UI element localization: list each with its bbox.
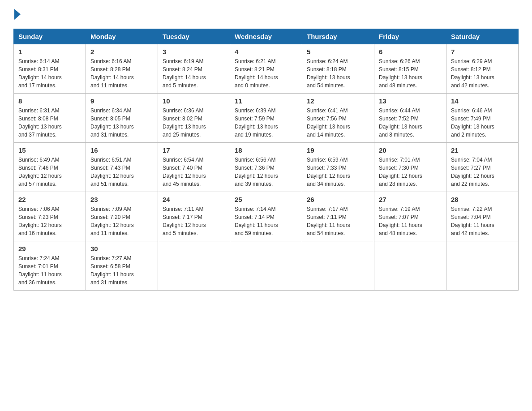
- day-info: Sunrise: 6:34 AMSunset: 8:05 PMDaylight:…: [90, 107, 153, 139]
- day-number: 30: [90, 245, 153, 253]
- day-info: Sunrise: 7:06 AMSunset: 7:23 PMDaylight:…: [18, 205, 81, 237]
- day-number: 29: [18, 245, 81, 253]
- calendar-cell: 10Sunrise: 6:36 AMSunset: 8:02 PMDayligh…: [158, 94, 230, 143]
- calendar-week-row: 29Sunrise: 7:24 AMSunset: 7:01 PMDayligh…: [14, 241, 519, 291]
- day-number: 16: [90, 146, 153, 154]
- calendar-cell: [158, 241, 230, 291]
- calendar-cell: 9Sunrise: 6:34 AMSunset: 8:05 PMDaylight…: [86, 94, 158, 143]
- col-header-saturday: Saturday: [446, 29, 519, 44]
- calendar-week-row: 1Sunrise: 6:14 AMSunset: 8:31 PMDaylight…: [14, 44, 519, 94]
- day-number: 1: [18, 48, 81, 56]
- calendar-cell: 30Sunrise: 7:27 AMSunset: 6:58 PMDayligh…: [86, 241, 158, 291]
- day-number: 14: [451, 97, 514, 105]
- day-info: Sunrise: 7:11 AMSunset: 7:17 PMDaylight:…: [163, 205, 225, 237]
- calendar-header-row: SundayMondayTuesdayWednesdayThursdayFrid…: [14, 29, 519, 44]
- calendar-week-row: 8Sunrise: 6:31 AMSunset: 8:08 PMDaylight…: [14, 94, 519, 143]
- day-number: 19: [307, 146, 369, 154]
- day-number: 23: [90, 196, 153, 203]
- calendar-week-row: 15Sunrise: 6:49 AMSunset: 7:46 PMDayligh…: [14, 143, 519, 192]
- calendar-cell: 16Sunrise: 6:51 AMSunset: 7:43 PMDayligh…: [86, 143, 158, 192]
- calendar-cell: [374, 241, 446, 291]
- calendar-cell: 18Sunrise: 6:56 AMSunset: 7:36 PMDayligh…: [230, 143, 302, 192]
- day-info: Sunrise: 7:24 AMSunset: 7:01 PMDaylight:…: [18, 254, 81, 287]
- calendar-cell: 19Sunrise: 6:59 AMSunset: 7:33 PMDayligh…: [302, 143, 374, 192]
- day-info: Sunrise: 6:36 AMSunset: 8:02 PMDaylight:…: [163, 107, 225, 139]
- day-number: 2: [90, 48, 153, 56]
- day-number: 24: [163, 196, 225, 203]
- day-number: 11: [235, 97, 297, 105]
- col-header-tuesday: Tuesday: [158, 29, 230, 44]
- day-number: 5: [307, 48, 369, 56]
- day-number: 22: [18, 196, 81, 203]
- calendar-cell: 13Sunrise: 6:44 AMSunset: 7:52 PMDayligh…: [374, 94, 446, 143]
- calendar-cell: 11Sunrise: 6:39 AMSunset: 7:59 PMDayligh…: [230, 94, 302, 143]
- page-header: [13, 9, 519, 20]
- day-number: 15: [18, 146, 81, 154]
- day-info: Sunrise: 6:24 AMSunset: 8:18 PMDaylight:…: [307, 57, 369, 90]
- day-info: Sunrise: 7:01 AMSunset: 7:30 PMDaylight:…: [379, 156, 442, 188]
- day-info: Sunrise: 6:46 AMSunset: 7:49 PMDaylight:…: [451, 107, 514, 139]
- day-info: Sunrise: 6:41 AMSunset: 7:56 PMDaylight:…: [307, 107, 369, 139]
- col-header-thursday: Thursday: [302, 29, 374, 44]
- calendar-cell: 23Sunrise: 7:09 AMSunset: 7:20 PMDayligh…: [86, 192, 158, 241]
- day-number: 25: [235, 196, 297, 203]
- calendar-cell: 8Sunrise: 6:31 AMSunset: 8:08 PMDaylight…: [14, 94, 86, 143]
- day-number: 20: [379, 146, 442, 154]
- calendar-cell: 14Sunrise: 6:46 AMSunset: 7:49 PMDayligh…: [446, 94, 519, 143]
- calendar-cell: 4Sunrise: 6:21 AMSunset: 8:21 PMDaylight…: [230, 44, 302, 94]
- day-info: Sunrise: 7:19 AMSunset: 7:07 PMDaylight:…: [379, 205, 442, 237]
- col-header-sunday: Sunday: [14, 29, 86, 44]
- day-info: Sunrise: 7:22 AMSunset: 7:04 PMDaylight:…: [451, 205, 514, 237]
- day-info: Sunrise: 7:14 AMSunset: 7:14 PMDaylight:…: [235, 205, 297, 237]
- day-info: Sunrise: 7:09 AMSunset: 7:20 PMDaylight:…: [90, 205, 153, 237]
- day-info: Sunrise: 6:29 AMSunset: 8:12 PMDaylight:…: [451, 57, 514, 90]
- calendar-cell: [230, 241, 302, 291]
- calendar-cell: [446, 241, 519, 291]
- calendar-cell: 29Sunrise: 7:24 AMSunset: 7:01 PMDayligh…: [14, 241, 86, 291]
- day-number: 28: [451, 196, 514, 203]
- calendar-cell: 3Sunrise: 6:19 AMSunset: 8:24 PMDaylight…: [158, 44, 230, 94]
- logo-arrow-icon: [14, 9, 21, 20]
- day-number: 4: [235, 48, 297, 56]
- day-info: Sunrise: 6:59 AMSunset: 7:33 PMDaylight:…: [307, 156, 369, 188]
- day-number: 3: [163, 48, 225, 56]
- col-header-monday: Monday: [86, 29, 158, 44]
- calendar-cell: 26Sunrise: 7:17 AMSunset: 7:11 PMDayligh…: [302, 192, 374, 241]
- day-info: Sunrise: 6:31 AMSunset: 8:08 PMDaylight:…: [18, 107, 81, 139]
- day-number: 6: [379, 48, 442, 56]
- calendar-cell: 21Sunrise: 7:04 AMSunset: 7:27 PMDayligh…: [446, 143, 519, 192]
- day-number: 13: [379, 97, 442, 105]
- day-info: Sunrise: 6:19 AMSunset: 8:24 PMDaylight:…: [163, 57, 225, 90]
- day-info: Sunrise: 6:21 AMSunset: 8:21 PMDaylight:…: [235, 57, 297, 90]
- day-number: 9: [90, 97, 153, 105]
- col-header-wednesday: Wednesday: [230, 29, 302, 44]
- calendar-cell: 22Sunrise: 7:06 AMSunset: 7:23 PMDayligh…: [14, 192, 86, 241]
- day-info: Sunrise: 7:27 AMSunset: 6:58 PMDaylight:…: [90, 254, 153, 287]
- calendar-cell: [302, 241, 374, 291]
- day-number: 17: [163, 146, 225, 154]
- day-info: Sunrise: 6:26 AMSunset: 8:15 PMDaylight:…: [379, 57, 442, 90]
- day-info: Sunrise: 6:49 AMSunset: 7:46 PMDaylight:…: [18, 156, 81, 188]
- day-info: Sunrise: 7:17 AMSunset: 7:11 PMDaylight:…: [307, 205, 369, 237]
- day-info: Sunrise: 6:14 AMSunset: 8:31 PMDaylight:…: [18, 57, 81, 90]
- day-number: 26: [307, 196, 369, 203]
- calendar-cell: 12Sunrise: 6:41 AMSunset: 7:56 PMDayligh…: [302, 94, 374, 143]
- calendar-week-row: 22Sunrise: 7:06 AMSunset: 7:23 PMDayligh…: [14, 192, 519, 241]
- day-info: Sunrise: 6:39 AMSunset: 7:59 PMDaylight:…: [235, 107, 297, 139]
- calendar-cell: 2Sunrise: 6:16 AMSunset: 8:28 PMDaylight…: [86, 44, 158, 94]
- calendar-cell: 28Sunrise: 7:22 AMSunset: 7:04 PMDayligh…: [446, 192, 519, 241]
- day-number: 12: [307, 97, 369, 105]
- day-number: 7: [451, 48, 514, 56]
- day-info: Sunrise: 6:44 AMSunset: 7:52 PMDaylight:…: [379, 107, 442, 139]
- col-header-friday: Friday: [374, 29, 446, 44]
- day-info: Sunrise: 6:56 AMSunset: 7:36 PMDaylight:…: [235, 156, 297, 188]
- calendar-cell: 5Sunrise: 6:24 AMSunset: 8:18 PMDaylight…: [302, 44, 374, 94]
- day-info: Sunrise: 7:04 AMSunset: 7:27 PMDaylight:…: [451, 156, 514, 188]
- calendar-cell: 6Sunrise: 6:26 AMSunset: 8:15 PMDaylight…: [374, 44, 446, 94]
- calendar-cell: 20Sunrise: 7:01 AMSunset: 7:30 PMDayligh…: [374, 143, 446, 192]
- calendar-cell: 27Sunrise: 7:19 AMSunset: 7:07 PMDayligh…: [374, 192, 446, 241]
- calendar-cell: 17Sunrise: 6:54 AMSunset: 7:40 PMDayligh…: [158, 143, 230, 192]
- calendar-cell: 25Sunrise: 7:14 AMSunset: 7:14 PMDayligh…: [230, 192, 302, 241]
- calendar-cell: 1Sunrise: 6:14 AMSunset: 8:31 PMDaylight…: [14, 44, 86, 94]
- day-number: 27: [379, 196, 442, 203]
